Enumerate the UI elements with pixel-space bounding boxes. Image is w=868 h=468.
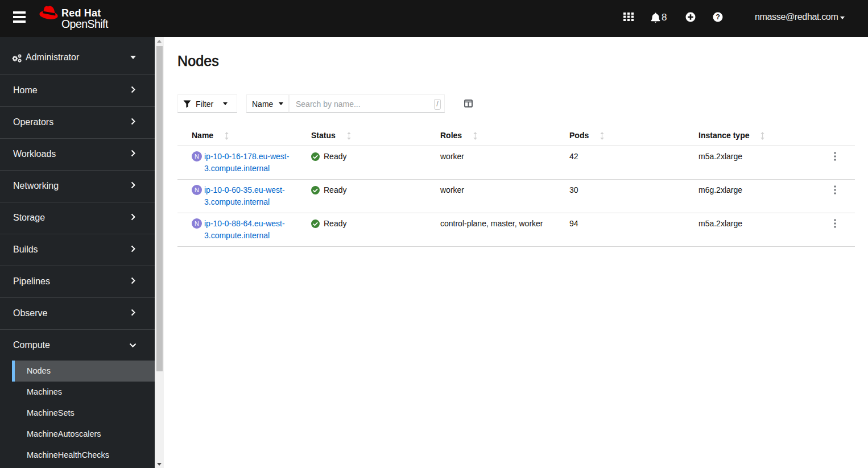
svg-text:?: ? (716, 13, 720, 21)
